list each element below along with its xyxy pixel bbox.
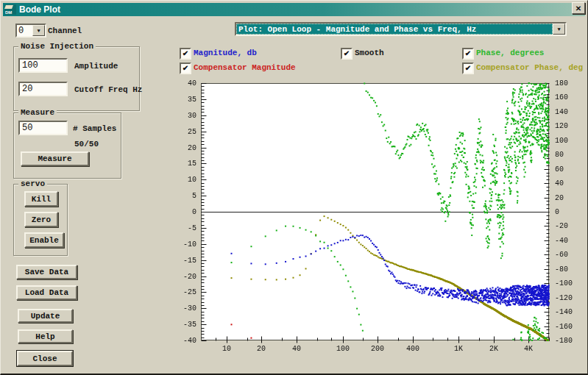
measure-button[interactable]: Measure xyxy=(21,151,89,166)
chevron-down-icon[interactable]: ▼ xyxy=(32,25,45,36)
plot-type-select[interactable]: Plot: Open Loop - Magnitude and Phase vs… xyxy=(235,22,567,36)
close-icon[interactable]: ✕ xyxy=(572,2,585,14)
update-button[interactable]: Update xyxy=(18,309,73,323)
plot-type-value: Plot: Open Loop - Magnitude and Phase vs… xyxy=(236,24,553,35)
samples-field[interactable] xyxy=(18,121,68,135)
magnitude-checkbox[interactable]: ✔ xyxy=(180,48,191,60)
amplitude-field[interactable] xyxy=(18,58,68,73)
measure-progress: 50/50 xyxy=(74,140,99,149)
phase-checkbox[interactable]: ✔ xyxy=(462,48,474,60)
enable-button[interactable]: Enable xyxy=(24,232,64,248)
bode-plot-canvas xyxy=(172,73,586,357)
kill-button[interactable]: Kill xyxy=(24,191,58,207)
channel-select[interactable]: 0 ▼ xyxy=(15,24,46,38)
zero-button[interactable]: Zero xyxy=(24,212,58,227)
title-bar: Bode Plot xyxy=(3,3,585,16)
servo-group-label: servo xyxy=(18,179,47,188)
cutoff-freq-label: Cutoff Freq Hz xyxy=(74,85,142,94)
samples-label: # Samples xyxy=(73,124,116,133)
bode-plot-window: Bode Plot ✕ 0 ▼ Channel Plot: Open Loop … xyxy=(0,0,588,375)
noise-injection-group-label: Noise Injection xyxy=(18,42,96,51)
compensator-magnitude-checkbox-label: Compensator Magnitude xyxy=(194,63,296,72)
compensator-phase-checkbox-label: Compensator Phase, deg xyxy=(476,63,583,72)
amplitude-label: Amplitude xyxy=(74,62,118,71)
cutoff-freq-field[interactable] xyxy=(18,82,68,96)
measure-group-label: Measure xyxy=(18,108,57,117)
help-button[interactable]: Help xyxy=(18,329,73,343)
chevron-down-icon[interactable]: ▼ xyxy=(553,24,565,35)
load-data-button[interactable]: Load Data xyxy=(16,285,77,300)
smooth-checkbox-label: Smooth xyxy=(355,49,384,57)
channel-value: 0 xyxy=(17,25,32,36)
close-button[interactable]: Close xyxy=(17,351,73,366)
phase-checkbox-label: Phase, degrees xyxy=(476,49,544,57)
window-title: Bode Plot xyxy=(19,4,60,15)
channel-label: Channel xyxy=(48,26,82,35)
app-icon xyxy=(4,4,16,15)
save-data-button[interactable]: Save Data xyxy=(16,265,77,279)
smooth-checkbox[interactable]: ✔ xyxy=(341,48,353,60)
magnitude-checkbox-label: Magnitude, db xyxy=(194,49,257,57)
noise-injection-group xyxy=(13,46,140,111)
